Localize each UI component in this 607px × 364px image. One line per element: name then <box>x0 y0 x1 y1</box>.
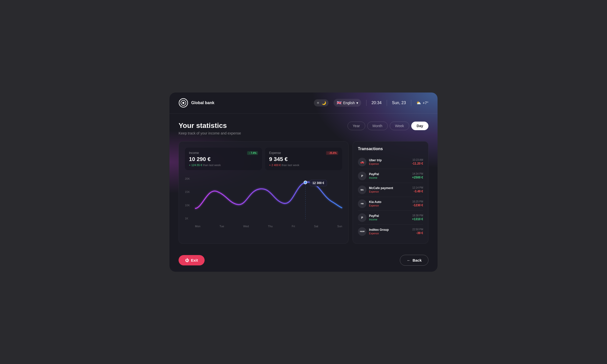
expense-label: Expense ↑ 25.6% <box>269 151 338 155</box>
time-display: 20:34 <box>372 101 382 105</box>
x-label-wed: Wed <box>243 225 249 228</box>
logo-icon <box>179 98 188 108</box>
chart-area: 20K 15K 10K 1K 12 300 € <box>185 177 342 228</box>
transaction-amount: -39 € <box>412 231 423 235</box>
transaction-amount: -11.20 € <box>412 162 423 165</box>
transaction-item: Mc McCafe payment Expence 12:14 PM -3.49… <box>358 183 423 197</box>
language-label: English <box>343 101 355 105</box>
exit-button[interactable]: ⏻ Exit <box>179 255 205 265</box>
logo-area: Global bank <box>179 98 214 108</box>
y-label-15k: 15K <box>185 190 190 193</box>
transaction-type: Expence <box>369 204 381 207</box>
app-window: Global bank ☀ 🌙 🇬🇧 English ▾ 20:34 Sun, … <box>169 93 438 272</box>
transaction-time: 14:34 PM <box>412 172 423 175</box>
transaction-amount: -1230 € <box>412 203 423 207</box>
exit-icon: ⏻ <box>185 258 189 262</box>
main-content: Your statistics Keep track of your incom… <box>169 113 438 251</box>
transaction-type: Expence <box>369 190 393 193</box>
divider-2 <box>387 100 387 106</box>
expense-amount: 9 345 € <box>269 156 338 163</box>
transaction-type: Expence <box>369 163 382 165</box>
y-label-10k: 10K <box>185 204 190 207</box>
mccafe-icon: Mc <box>358 186 366 194</box>
chart-svg-wrap: 12 300 € <box>195 177 342 220</box>
income-badge: ↑ 7.4% <box>247 151 258 155</box>
transaction-amount: +1310 € <box>412 217 423 221</box>
transaction-time: 16:25 PM <box>412 200 423 203</box>
x-label-thu: Thu <box>268 225 273 228</box>
transaction-time: 10:23 AM <box>412 158 423 161</box>
x-label-sun: Sun <box>337 225 342 228</box>
moon-icon: 🌙 <box>322 101 326 105</box>
tab-day[interactable]: Day <box>411 122 428 130</box>
x-label-mon: Mon <box>195 225 200 228</box>
hm-icon: H&M <box>358 227 366 236</box>
expense-box: Expense ↑ 25.6% 9 345 € + 2 400 € than l… <box>265 148 342 170</box>
expense-badge: ↑ 25.6% <box>326 151 338 155</box>
income-amount: 10 290 € <box>189 156 258 163</box>
date-display: Sun, 23 <box>392 101 406 105</box>
x-label-fri: Fri <box>292 225 295 228</box>
page-subtitle: Keep track of your income and expense <box>179 131 428 135</box>
transaction-name: PayPal <box>369 172 379 176</box>
transaction-type: Income <box>369 176 379 179</box>
kia-icon: KIA <box>358 199 366 208</box>
expense-change: + 2 400 € than last week <box>269 164 338 167</box>
tab-month[interactable]: Month <box>367 122 388 130</box>
transaction-item: H&M Inditex Group Expence 22:50 PM -39 € <box>358 225 423 238</box>
transaction-time: 22:50 PM <box>412 228 423 231</box>
back-arrow-icon: ← <box>407 258 410 262</box>
cloud-icon: ⛅ <box>416 101 421 105</box>
back-button[interactable]: ← Back <box>400 255 428 266</box>
summary-row: Income ↑ 7.4% 10 290 € + 124.55 € than l… <box>185 148 342 170</box>
transaction-type: Expence <box>369 232 389 235</box>
sun-icon: ☀ <box>316 101 320 105</box>
transaction-name: Kia Auto <box>369 200 381 204</box>
transaction-name: McCafe payment <box>369 186 393 190</box>
paypal-icon-2: P <box>358 213 366 222</box>
transactions-card: Transactions 🚗 Uber trip Expence 10:23 A… <box>353 141 428 244</box>
transaction-name: Uber trip <box>369 158 382 162</box>
flag-icon: 🇬🇧 <box>337 100 342 105</box>
y-label-20k: 20K <box>185 177 190 180</box>
transaction-name: Inditex Group <box>369 228 389 232</box>
transaction-item: 🚗 Uber trip Expence 10:23 AM -11.20 € <box>358 155 423 169</box>
transaction-time: 12:14 PM <box>412 186 423 189</box>
income-change: + 124.55 € than last week <box>189 164 258 167</box>
income-label: Income ↑ 7.4% <box>189 151 258 155</box>
cards-grid: Income ↑ 7.4% 10 290 € + 124.55 € than l… <box>179 141 428 244</box>
divider-3 <box>411 100 411 106</box>
tab-week[interactable]: Week <box>390 122 409 130</box>
transaction-type: Income <box>369 218 379 221</box>
header: Global bank ☀ 🌙 🇬🇧 English ▾ 20:34 Sun, … <box>169 93 438 113</box>
chart-tooltip: 12 300 € <box>310 180 327 186</box>
uber-icon: 🚗 <box>358 158 366 166</box>
header-right: ☀ 🌙 🇬🇧 English ▾ 20:34 Sun, 23 ⛅ +7° <box>314 99 428 107</box>
divider-1 <box>366 100 366 106</box>
transaction-amount: -3.49 € <box>412 190 423 193</box>
chart-x-labels: Mon Tue Wed Thu Fri Sat Sun <box>195 225 342 228</box>
paypal-icon-1: P <box>358 172 366 180</box>
theme-toggle[interactable]: ☀ 🌙 <box>314 99 329 106</box>
x-label-tue: Tue <box>220 225 224 228</box>
transaction-item: KIA Kia Auto Expence 16:25 PM -1230 € <box>358 197 423 211</box>
weather-display: ⛅ +7° <box>416 101 428 105</box>
chart-y-labels: 20K 15K 10K 1K <box>185 177 190 220</box>
transaction-amount: +2500 € <box>412 176 423 179</box>
back-label: Back <box>413 258 422 262</box>
chevron-down-icon: ▾ <box>356 101 358 105</box>
transactions-title: Transactions <box>358 147 423 151</box>
y-label-1k: 1K <box>185 217 190 220</box>
language-selector[interactable]: 🇬🇧 English ▾ <box>334 99 361 107</box>
svg-point-2 <box>182 102 184 104</box>
transaction-time: 18:38 PM <box>412 214 423 217</box>
period-tabs: Year Month Week Day <box>348 122 428 130</box>
temperature: +7° <box>423 101 428 105</box>
footer: ⏻ Exit ← Back <box>169 251 438 272</box>
tab-year[interactable]: Year <box>348 122 365 130</box>
x-label-sat: Sat <box>314 225 318 228</box>
logo-text: Global bank <box>191 100 214 105</box>
chart-card: Income ↑ 7.4% 10 290 € + 124.55 € than l… <box>179 141 349 244</box>
transaction-item: P PayPal Income 14:34 PM +2500 € <box>358 169 423 183</box>
exit-label: Exit <box>191 258 198 262</box>
